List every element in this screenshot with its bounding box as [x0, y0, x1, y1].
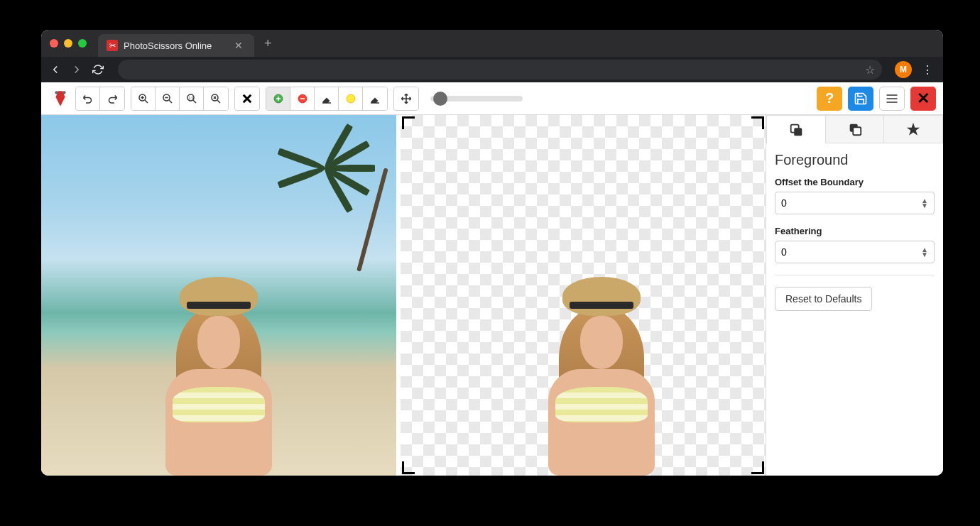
reload-button[interactable]	[91, 62, 105, 77]
crop-handle-top-left[interactable]	[402, 116, 415, 129]
minimize-window-button[interactable]	[64, 39, 72, 48]
original-image-pane[interactable]	[41, 115, 396, 476]
hair-eraser-button[interactable]	[363, 87, 387, 110]
tab-favicon-icon: ✂	[107, 40, 118, 51]
reset-defaults-button[interactable]: Reset to Defaults	[775, 287, 872, 311]
zoom-fit-button[interactable]	[204, 87, 228, 110]
close-window-button[interactable]	[50, 39, 58, 48]
hamburger-menu-button[interactable]	[879, 87, 905, 111]
maximize-window-button[interactable]	[78, 39, 87, 48]
browser-window: ✂ PhotoScissors Online ✕ + ☆ M ⋮	[41, 30, 943, 476]
save-button[interactable]	[848, 87, 873, 111]
svg-point-9	[347, 94, 355, 103]
sidebar-tabs	[766, 115, 943, 143]
move-tool-group	[393, 87, 419, 111]
back-button[interactable]	[48, 62, 62, 77]
new-tab-button[interactable]: +	[254, 36, 282, 51]
undo-button[interactable]	[76, 87, 100, 110]
photoscissors-app: 1:1	[41, 82, 943, 476]
browser-navbar: ☆ M ⋮	[41, 57, 943, 82]
crop-handle-bottom-right[interactable]	[751, 461, 764, 474]
offset-label: Offset the Boundary	[775, 177, 935, 187]
svg-rect-13	[853, 127, 861, 135]
profile-avatar[interactable]: M	[895, 61, 912, 78]
offset-boundary-select[interactable]: 0 ▲▼	[775, 192, 935, 214]
foreground-marker-button[interactable]	[266, 87, 290, 110]
app-logo-icon	[48, 87, 72, 110]
tab-effects[interactable]	[884, 115, 943, 143]
svg-point-0	[55, 91, 58, 94]
browser-tab[interactable]: ✂ PhotoScissors Online ✕	[98, 34, 254, 57]
svg-text:1:1: 1:1	[188, 95, 193, 99]
url-bar[interactable]: ☆	[118, 60, 882, 80]
slider-thumb[interactable]	[433, 92, 447, 106]
svg-rect-11	[794, 128, 802, 136]
cutout-result-image	[530, 277, 673, 476]
bookmark-star-icon[interactable]: ☆	[865, 63, 875, 77]
tab-title: PhotoScissors Online	[124, 40, 226, 51]
window-controls	[50, 39, 87, 48]
titlebar: ✂ PhotoScissors Online ✕ +	[41, 30, 943, 57]
move-tool-button[interactable]	[394, 87, 418, 110]
undo-redo-group	[75, 87, 125, 111]
zoom-actual-button[interactable]: 1:1	[180, 87, 204, 110]
zoom-out-button[interactable]	[156, 87, 180, 110]
editor-content: Foreground Offset the Boundary 0 ▲▼ Feat…	[41, 115, 943, 476]
sidebar-title: Foreground	[775, 152, 935, 168]
feathering-value: 0	[781, 246, 787, 258]
zoom-in-button[interactable]	[131, 87, 156, 110]
offset-value: 0	[781, 197, 787, 209]
app-toolbar: 1:1	[41, 82, 943, 115]
original-image	[41, 115, 396, 476]
forward-button[interactable]	[70, 62, 84, 77]
redo-button[interactable]	[100, 87, 124, 110]
properties-sidebar: Foreground Offset the Boundary 0 ▲▼ Feat…	[766, 115, 943, 476]
crop-handle-top-right[interactable]	[751, 116, 764, 129]
close-tab-button[interactable]: ✕	[232, 40, 246, 51]
feathering-label: Feathering	[775, 226, 935, 236]
marker-tools-group	[266, 87, 388, 111]
tab-foreground[interactable]	[766, 115, 826, 143]
stepper-icon[interactable]: ▲▼	[921, 247, 928, 257]
browser-menu-button[interactable]: ⋮	[919, 63, 936, 77]
zoom-group: 1:1	[131, 87, 229, 111]
sidebar-body: Foreground Offset the Boundary 0 ▲▼ Feat…	[766, 143, 943, 319]
brush-size-slider[interactable]	[430, 96, 523, 102]
tab-background[interactable]	[826, 115, 885, 143]
stepper-icon[interactable]: ▲▼	[921, 198, 928, 208]
clear-markers-button[interactable]	[235, 87, 259, 110]
crop-handle-bottom-left[interactable]	[402, 461, 415, 474]
help-button[interactable]: ?	[817, 87, 842, 111]
clear-markers-group	[234, 87, 260, 111]
close-app-button[interactable]: ✕	[910, 87, 936, 111]
eraser-button[interactable]	[315, 87, 339, 110]
svg-point-1	[62, 91, 65, 94]
feathering-select[interactable]: 0 ▲▼	[775, 241, 935, 263]
divider	[775, 275, 935, 275]
background-marker-button[interactable]	[290, 87, 315, 110]
hair-marker-button[interactable]	[339, 87, 363, 110]
result-image-pane[interactable]	[401, 115, 766, 476]
